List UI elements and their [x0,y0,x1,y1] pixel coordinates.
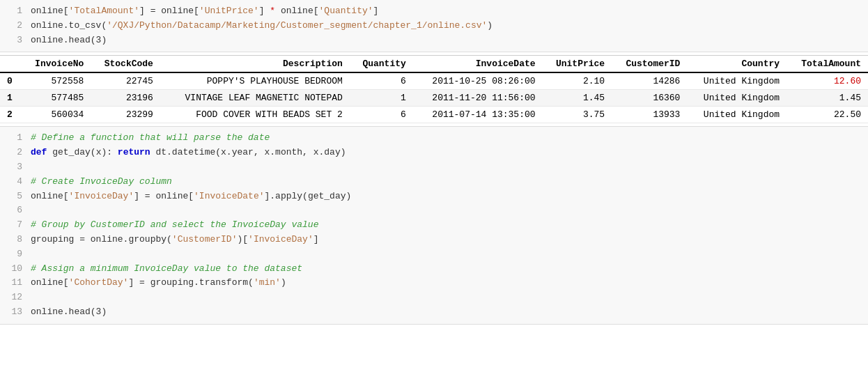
line-content: online.head(3) [31,305,107,320]
line-content: # Group by CustomerID and select the Inv… [31,218,318,233]
comment-text: # Create InvoiceDay column [31,176,172,187]
column-header: InvoiceDate [413,56,543,73]
dataframe-table: InvoiceNoStockCodeDescriptionQuantityInv… [0,52,868,127]
line-number: 13 [6,305,22,320]
code-line: 8grouping = online.groupby('CustomerID')… [0,233,868,247]
table-cell-description: FOOD COVER WITH BEADS SET 2 [160,107,350,123]
table-cell-unitprice: 1.45 [543,90,612,107]
code-token: 'InvoiceDay' [69,191,134,201]
table-cell-stockcode: 23196 [91,90,160,107]
table-cell-country: United Kingdom [687,72,786,90]
code-token: 'CohortDay' [69,277,129,288]
table-cell-invoiceno: 577485 [22,90,91,107]
comment-text: # Group by CustomerID and select the Inv… [31,219,318,230]
table-cell-invoicedate: 2011-07-14 13:35:00 [413,107,543,123]
code-block-2: 1# Define a function that will parse the… [0,127,868,324]
table-cell-country: United Kingdom [687,90,786,107]
code-token: get_day [52,147,91,157]
column-header: UnitPrice [543,56,612,73]
line-content: online['InvoiceDay'] = online['InvoiceDa… [31,189,351,204]
code-line: 7# Group by CustomerID and select the In… [0,218,868,233]
code-line: 5online['InvoiceDay'] = online['InvoiceD… [0,189,868,204]
table-cell-stockcode: 22745 [91,72,160,90]
table-row: 157748523196VINTAGE LEAF MAGNETIC NOTEPA… [0,90,868,107]
column-header: Country [687,56,786,73]
line-content: online.to_csv('/QXJ/Python/Datacamp/Mark… [31,19,493,33]
code-token: online.head(3) [31,35,107,45]
code-line: 6 [0,203,868,218]
code-token: online[ [31,191,69,201]
code-token: grouping = online.groupby( [31,234,172,245]
line-number: 1 [6,4,22,19]
code-line: 4# Create InvoiceDay column [0,175,868,189]
code-token: ) [487,20,493,31]
code-token: ].apply(get_day) [264,191,351,201]
code-line: 1# Define a function that will parse the… [0,131,868,146]
line-number: 2 [6,146,22,160]
code-token: online.to_csv( [31,20,107,31]
table-cell-index: 0 [0,72,22,90]
table-cell-stockcode: 23299 [91,107,160,123]
comment-text: # Assign a minimum InvoiceDay value to t… [31,263,302,274]
line-number: 12 [6,290,22,305]
line-number: 3 [6,160,22,175]
line-number: 4 [6,175,22,189]
table-cell-unitprice: 3.75 [543,107,612,123]
code-line: 9 [0,247,868,262]
code-token: return [118,147,150,157]
code-token: * [270,6,275,16]
column-header: Quantity [350,56,413,73]
code-token: dt.datetime(x.year, x.month, x.day) [150,147,346,157]
code-line: 2def get_day(x): return dt.datetime(x.ye… [0,146,868,160]
line-number: 7 [6,218,22,233]
column-header: Description [160,56,350,73]
code-token: (x): [91,147,118,157]
code-token: def [31,147,52,157]
line-number: 11 [6,276,22,290]
code-token: online.head(3) [31,307,107,317]
table-cell-description: VINTAGE LEAF MAGNETIC NOTEPAD [160,90,350,107]
line-number: 6 [6,203,22,218]
code-line: 3online.head(3) [0,33,868,48]
line-number: 2 [6,19,22,33]
line-content: online['TotalAmount'] = online['UnitPric… [31,4,378,19]
table-row: 256003423299FOOD COVER WITH BEADS SET 26… [0,107,868,123]
code-token: ) [281,277,286,288]
code-token: )[ [237,234,248,245]
line-number: 10 [6,262,22,277]
code-token: 'InvoiceDate' [194,191,264,201]
column-header: TotalAmount [786,56,868,73]
line-content: online['CohortDay'] = grouping.transform… [31,276,286,290]
code-line: 12 [0,290,868,305]
table-row: 057255822745POPPY'S PLAYHOUSE BEDROOM620… [0,72,868,90]
column-header: InvoiceNo [22,56,91,73]
table-cell-invoicedate: 2011-10-25 08:26:00 [413,72,543,90]
table-cell-totalamount: 22.50 [786,107,868,123]
code-token: ] [373,6,379,16]
table-cell-customerid: 14286 [612,72,687,90]
table-cell-customerid: 16360 [612,90,687,107]
line-number: 1 [6,131,22,146]
line-content: # Create InvoiceDay column [31,175,172,189]
code-token: ] = online[ [139,6,199,16]
table-cell-index: 2 [0,107,22,123]
line-number: 8 [6,233,22,247]
code-token: ] [313,234,319,245]
code-line: 3 [0,160,868,175]
code-token: 'TotalAmount' [69,6,139,16]
code-token: ] [259,6,270,16]
table-cell-customerid: 13933 [612,107,687,123]
line-number: 5 [6,189,22,204]
code-token: ] = grouping.transform( [128,277,253,288]
code-token: 'Quantity' [319,6,373,16]
table-cell-quantity: 6 [350,107,413,123]
line-number: 9 [6,247,22,262]
table-cell-description: POPPY'S PLAYHOUSE BEDROOM [160,72,350,90]
table-cell-unitprice: 2.10 [543,72,612,90]
code-token: online[ [31,6,69,16]
code-block-1: 1online['TotalAmount'] = online['UnitPri… [0,0,868,52]
code-token: 'min' [254,277,281,288]
table-cell-totalamount: 1.45 [786,90,868,107]
line-content: def get_day(x): return dt.datetime(x.yea… [31,146,346,160]
line-number: 3 [6,33,22,48]
